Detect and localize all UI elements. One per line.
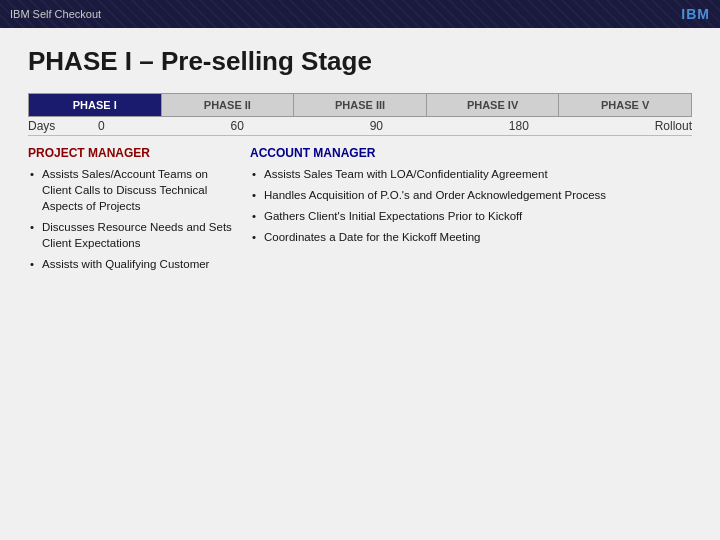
day-rollout: Rollout [655, 119, 692, 133]
tab-phase5[interactable]: PHASE V [559, 94, 691, 116]
project-manager-col: PROJECT MANAGER Assists Sales/Account Te… [28, 146, 238, 278]
slide-title: PHASE I – Pre-selling Stage [28, 46, 692, 77]
day-90: 90 [370, 119, 383, 133]
day-60: 60 [230, 119, 243, 133]
ibm-logo: IBM [681, 6, 710, 22]
am-header: ACCOUNT MANAGER [250, 146, 692, 160]
list-item: Assists Sales/Account Teams on Client Ca… [28, 166, 238, 214]
tab-phase1[interactable]: PHASE I [29, 94, 162, 116]
day-180: 180 [509, 119, 529, 133]
day-0: 0 [98, 119, 105, 133]
top-bar: IBM Self Checkout IBM [0, 0, 720, 28]
list-item: Handles Acquisition of P.O.'s and Order … [250, 187, 692, 203]
am-bullet-list: Assists Sales Team with LOA/Confidential… [250, 166, 692, 245]
days-values: 0 60 90 180 Rollout [88, 119, 692, 133]
pm-header: PROJECT MANAGER [28, 146, 238, 160]
pm-bullet-list: Assists Sales/Account Teams on Client Ca… [28, 166, 238, 273]
content-columns: PROJECT MANAGER Assists Sales/Account Te… [28, 146, 692, 278]
list-item: Assists with Qualifying Customer [28, 256, 238, 272]
list-item: Assists Sales Team with LOA/Confidential… [250, 166, 692, 182]
account-manager-col: ACCOUNT MANAGER Assists Sales Team with … [250, 146, 692, 278]
main-content: PHASE I – Pre-selling Stage PHASE I PHAS… [0, 28, 720, 540]
tab-phase2[interactable]: PHASE II [162, 94, 295, 116]
list-item: Gathers Client's Initial Expectations Pr… [250, 208, 692, 224]
top-bar-title: IBM Self Checkout [10, 8, 101, 20]
list-item: Discusses Resource Needs and Sets Client… [28, 219, 238, 251]
days-row: Days 0 60 90 180 Rollout [28, 117, 692, 136]
tab-phase3[interactable]: PHASE III [294, 94, 427, 116]
phase-tabs: PHASE I PHASE II PHASE III PHASE IV PHAS… [28, 93, 692, 117]
days-label: Days [28, 119, 88, 133]
slide-area: PHASE I – Pre-selling Stage PHASE I PHAS… [0, 28, 720, 540]
list-item: Coordinates a Date for the Kickoff Meeti… [250, 229, 692, 245]
tab-phase4[interactable]: PHASE IV [427, 94, 560, 116]
